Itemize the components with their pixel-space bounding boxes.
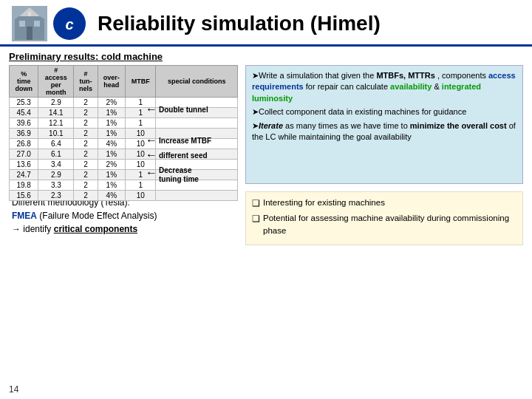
slide-title: Reliability simulation (Himel) (98, 12, 381, 35)
arrow-icon-1: ← (146, 103, 157, 116)
cell-5-0: 27.0 (10, 149, 38, 160)
cell-6-2: 2 (74, 160, 98, 170)
col-over-head: over-head (98, 66, 125, 98)
annotation-double-tunnel: ← Double tunnel (146, 103, 234, 116)
svg-rect-3 (27, 27, 33, 40)
church-icon (12, 6, 47, 41)
cell-3-2: 2 (74, 129, 98, 139)
decrease-time-label: Decreasetuning time (159, 166, 199, 184)
cell-5-3: 1% (98, 149, 125, 160)
cell-9-3: 4% (98, 191, 125, 201)
double-tunnel-label: Double tunnel (159, 106, 208, 114)
cell-4-1: 6.4 (38, 139, 74, 149)
cell-1-3: 1% (98, 108, 125, 118)
info-line-3: ➤Iterate as many times as we have time t… (252, 120, 516, 143)
annotation-increase-mtbf: ← Increase MTBF (146, 134, 234, 147)
cell-3-0: 36.9 (10, 129, 38, 139)
info-end-1: for repair can calculate (306, 82, 390, 91)
svg-text:c: c (65, 16, 73, 33)
logo-area: c (12, 6, 86, 41)
cell-0-2: 2 (74, 98, 98, 108)
slide: c Reliability simulation (Himel) Prelimi… (0, 0, 532, 399)
info-prefix-1: Write a simulation that given the (259, 71, 376, 80)
cell-8-3: 1% (98, 180, 125, 191)
annotation-different-seed: ← different seed (146, 149, 234, 162)
cell-4-3: 4% (98, 139, 125, 149)
cell-2-1: 12.1 (38, 118, 74, 129)
checkbox-sym-1: ❑ (252, 197, 260, 210)
increase-mtbf-label: Increase MTBF (159, 137, 211, 145)
table-row: 15.62.324%10 (10, 191, 238, 201)
info-amp: & (434, 82, 441, 91)
cell-9-5 (156, 191, 238, 201)
content: Preliminary results: cold machine %timed… (0, 47, 532, 248)
cell-3-1: 10.1 (38, 129, 74, 139)
cell-0-0: 25.3 (10, 98, 38, 108)
checkbox-text-1: Interesting for existing machines (263, 197, 385, 209)
col-special: special conditions (156, 66, 238, 98)
cell-7-3: 1% (98, 170, 125, 180)
annotation-decrease-time: ← Decreasetuning time (146, 166, 234, 184)
prelim-left: %timedown #accesspermonth #tun-nels over… (9, 65, 238, 184)
prelim-section: %timedown #accesspermonth #tun-nels over… (9, 65, 523, 184)
identify-prefix: identify (23, 224, 53, 234)
fmea-label: FMEA (12, 211, 37, 221)
bottom-right: ❑ Interesting for existing machines ❑ Po… (245, 191, 523, 245)
info-box: ➤Write a simulation that given the MTBFs… (245, 65, 523, 184)
cell-0-1: 2.9 (38, 98, 74, 108)
cell-8-0: 19.8 (10, 180, 38, 191)
svg-rect-6 (28, 12, 31, 16)
cell-2-0: 39.6 (10, 118, 38, 129)
info-bold-4: minimize the overall cost (410, 121, 507, 130)
info-text-2: Collect component data in existing machi… (259, 107, 466, 116)
info-mid-1: , components (437, 71, 488, 80)
cell-6-3: 2% (98, 160, 125, 170)
critical-link: critical components (54, 224, 137, 234)
fmea-line: FMEA (Failure Mode Effect Analysis) (12, 209, 235, 222)
cell-2-3: 1% (98, 118, 125, 129)
svg-rect-4 (19, 21, 25, 27)
cell-4-2: 2 (74, 139, 98, 149)
cell-6-1: 3.4 (38, 160, 74, 170)
cell-9-0: 15.6 (10, 191, 38, 201)
checkbox-text-2: Potential for assessing machine availabi… (263, 212, 516, 238)
different-seed-label: different seed (159, 151, 208, 160)
arrow-icon-4: ← (146, 166, 157, 180)
arrow-icon-2: ← (146, 134, 157, 147)
cell-5-2: 2 (74, 149, 98, 160)
cell-6-0: 13.6 (10, 160, 38, 170)
cell-2-2: 2 (74, 118, 98, 129)
cell-4-0: 26.8 (10, 139, 38, 149)
cell-1-2: 2 (74, 108, 98, 118)
cell-8-1: 3.3 (38, 180, 74, 191)
checkbox-sym-2: ❑ (252, 212, 260, 225)
info-bold-1: MTBFs, MTTRs (376, 71, 434, 80)
info-bold-3: Iterate (259, 121, 283, 130)
cell-7-1: 2.9 (38, 170, 74, 180)
page-number: 14 (9, 384, 18, 395)
cell-3-3: 1% (98, 129, 125, 139)
arrow-icon-3: ← (146, 149, 157, 162)
cern-logo: c (53, 7, 86, 40)
svg-rect-5 (34, 21, 40, 27)
arrow-right-sym: → (12, 224, 23, 234)
info-text-3: as many times as we have time to (285, 121, 410, 130)
cell-9-4: 10 (126, 191, 156, 201)
cell-9-1: 2.3 (38, 191, 74, 201)
info-line-1: ➤Write a simulation that given the MTBFs… (252, 70, 516, 104)
cell-7-2: 2 (74, 170, 98, 180)
col-access: #accesspermonth (38, 66, 74, 98)
cell-1-0: 45.4 (10, 108, 38, 118)
cell-5-1: 6.1 (38, 149, 74, 160)
col-time-down: %timedown (10, 66, 38, 98)
col-tun: #tun-nels (74, 66, 98, 98)
header: c Reliability simulation (Himel) (0, 0, 532, 47)
prelim-title: Preliminary results: cold machine (9, 51, 523, 62)
fmea-desc: (Failure Mode Effect Analysis) (39, 211, 157, 221)
col-mtbf: MTBF (126, 66, 156, 98)
info-green-1: availability (390, 82, 432, 91)
info-line-2: ➤Collect component data in existing mach… (252, 106, 516, 117)
annotations: ← Double tunnel ← Increase MTBF ← differ… (146, 103, 234, 184)
cell-0-3: 2% (98, 98, 125, 108)
identify-line: → identify critical components (12, 222, 235, 236)
